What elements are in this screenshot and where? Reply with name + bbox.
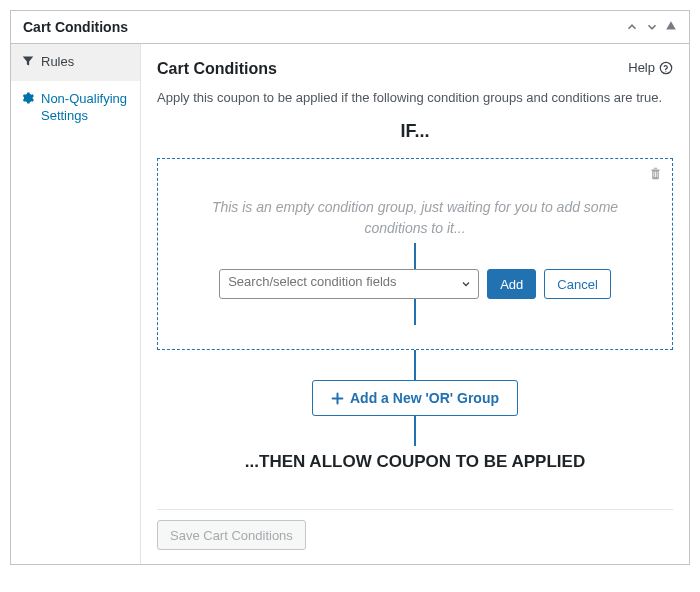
cart-conditions-panel: Cart Conditions Rules [10,10,690,565]
empty-group-message: This is an empty condition group, just w… [195,197,635,239]
add-or-group-button[interactable]: Add a New 'OR' Group [312,380,518,416]
cancel-button[interactable]: Cancel [544,269,610,299]
add-or-group-wrap: Add a New 'OR' Group [157,380,673,416]
condition-group: This is an empty condition group, just w… [157,158,673,350]
footer: Save Cart Conditions [157,509,673,550]
svg-point-2 [665,70,666,71]
triangle-up-icon[interactable] [665,20,677,34]
sidebar: Rules Non-Qualifying Settings [11,44,141,564]
sidebar-item-label: Non-Qualifying Settings [41,91,130,125]
condition-select-wrap[interactable]: Search/select condition fields [219,269,479,299]
gear-icon [21,92,35,104]
connector-line [414,350,416,380]
main-title: Cart Conditions [157,60,277,78]
sidebar-item-rules[interactable]: Rules [11,44,140,81]
sidebar-item-label: Rules [41,54,130,71]
sidebar-item-non-qualifying[interactable]: Non-Qualifying Settings [11,81,140,135]
main-header: Cart Conditions Help [157,56,673,86]
add-button[interactable]: Add [487,269,536,299]
panel-title: Cart Conditions [23,19,128,35]
connector-line [414,243,416,269]
panel-body: Rules Non-Qualifying Settings Cart Condi… [11,44,689,564]
if-label: IF... [157,121,673,142]
question-circle-icon [659,61,673,75]
chevron-down-icon[interactable] [645,20,659,34]
description-text: Apply this coupon to be applied if the f… [157,90,673,105]
panel-header: Cart Conditions [11,11,689,44]
help-link[interactable]: Help [628,60,673,75]
panel-header-controls [625,20,677,34]
then-label: ...THEN ALLOW COUPON TO BE APPLIED [157,452,673,472]
plus-icon [331,392,344,405]
condition-select[interactable]: Search/select condition fields [219,269,479,299]
main-content: Cart Conditions Help Apply this coupon t… [141,44,689,564]
chevron-up-icon[interactable] [625,20,639,34]
funnel-icon [21,55,35,67]
add-or-group-label: Add a New 'OR' Group [350,390,499,406]
help-label: Help [628,60,655,75]
condition-row: Search/select condition fields Add Cance… [170,269,660,299]
connector-line [414,416,416,446]
svg-marker-0 [666,21,676,29]
save-button[interactable]: Save Cart Conditions [157,520,306,550]
trash-icon[interactable] [649,167,662,180]
connector-line [414,299,416,325]
